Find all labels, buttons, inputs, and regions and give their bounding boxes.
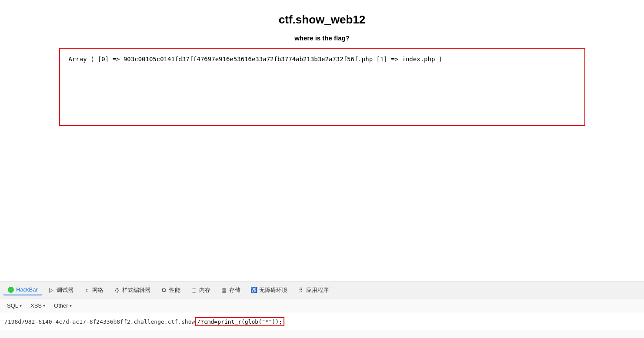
sql-button[interactable]: SQL ▾ [4, 302, 24, 310]
xss-label: XSS [30, 302, 42, 309]
tab-application-label: 应用程序 [306, 286, 329, 294]
tab-accessibility[interactable]: ♿ 无障碍环境 [247, 285, 292, 296]
main-content: ctf.show_web12 where is the flag? Array … [0, 0, 644, 282]
sql-dropdown-arrow: ▾ [20, 303, 22, 308]
tab-storage[interactable]: ▦ 存储 [217, 285, 245, 296]
url-before-text: /198d7982-6140-4c7d-ac17-8f24336b8ff2.ch… [4, 318, 195, 325]
tab-hackbar-label: HackBar [16, 286, 38, 293]
tab-network[interactable]: ↕ 网络 [80, 285, 108, 296]
tab-memory[interactable]: ⬚ 内存 [187, 285, 215, 296]
tab-performance[interactable]: Ω 性能 [157, 285, 185, 296]
accessibility-icon: ♿ [251, 287, 257, 293]
url-highlighted-text: /?cmd=print_r(glob("*")); [195, 317, 284, 326]
tab-application[interactable]: ⠿ 应用程序 [294, 285, 333, 296]
other-dropdown-arrow: ▾ [70, 303, 72, 308]
output-box: Array ( [0] => 903c00105c0141fd37ff47697… [59, 48, 585, 126]
hackbar-dot-icon [8, 287, 14, 293]
network-icon: ↕ [84, 287, 90, 293]
page-title: ctf.show_web12 [279, 13, 365, 27]
performance-icon: Ω [161, 287, 167, 293]
tab-network-label: 网络 [92, 286, 103, 294]
tab-style-editor[interactable]: {} 样式编辑器 [110, 285, 155, 296]
tab-storage-label: 存储 [229, 286, 240, 294]
devtools-tabs: HackBar ▷ 调试器 ↕ 网络 {} 样式编辑器 Ω 性能 ⬚ 内存 ▦ … [0, 282, 644, 298]
subtitle: where is the flag? [294, 34, 350, 42]
tab-accessibility-label: 无障碍环境 [259, 286, 287, 294]
devtools-bar: HackBar ▷ 调试器 ↕ 网络 {} 样式编辑器 Ω 性能 ⬚ 内存 ▦ … [0, 282, 644, 338]
storage-icon: ▦ [221, 287, 227, 293]
xss-dropdown-arrow: ▾ [43, 303, 45, 308]
sql-label: SQL [7, 302, 18, 309]
xss-button[interactable]: XSS ▾ [28, 302, 48, 310]
tab-debugger-label: 调试器 [57, 286, 73, 294]
tab-memory-label: 内存 [199, 286, 210, 294]
other-button[interactable]: Other ▾ [51, 302, 74, 310]
output-text: Array ( [0] => 903c00105c0141fd37ff47697… [69, 56, 443, 63]
style-editor-icon: {} [114, 287, 120, 293]
url-row: /198d7982-6140-4c7d-ac17-8f24336b8ff2.ch… [0, 313, 644, 330]
tab-style-editor-label: 样式编辑器 [122, 286, 150, 294]
url-wrapper: /198d7982-6140-4c7d-ac17-8f24336b8ff2.ch… [4, 317, 640, 326]
hackbar-row: SQL ▾ XSS ▾ Other ▾ [0, 298, 644, 313]
debugger-icon: ▷ [48, 287, 54, 293]
tab-debugger[interactable]: ▷ 调试器 [44, 285, 78, 296]
tab-performance-label: 性能 [169, 286, 180, 294]
tab-hackbar[interactable]: HackBar [3, 285, 42, 295]
application-icon: ⠿ [298, 287, 304, 293]
memory-icon: ⬚ [191, 287, 197, 293]
other-label: Other [54, 302, 68, 309]
